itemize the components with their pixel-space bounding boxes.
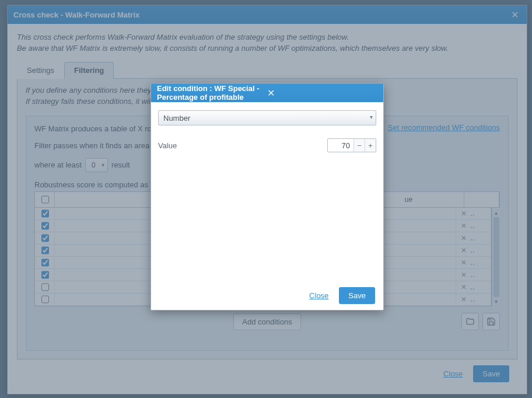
- increment-button[interactable]: +: [365, 139, 376, 152]
- value-input[interactable]: [328, 141, 354, 151]
- value-label: Value: [158, 141, 327, 150]
- modal-save-button[interactable]: Save: [339, 287, 375, 304]
- value-spinner: − +: [327, 138, 376, 152]
- edit-condition-modal: Edit condition : WF Special - Percentage…: [150, 83, 384, 310]
- modal-close-icon[interactable]: ✕: [267, 88, 377, 99]
- modal-title-bar: Edit condition : WF Special - Percentage…: [151, 83, 383, 102]
- modal-close-button[interactable]: Close: [309, 291, 328, 300]
- condition-type-select[interactable]: Number: [158, 110, 376, 125]
- modal-footer: Close Save: [151, 281, 383, 310]
- modal-title: Edit condition : WF Special - Percentage…: [157, 84, 267, 102]
- decrement-button[interactable]: −: [354, 139, 365, 152]
